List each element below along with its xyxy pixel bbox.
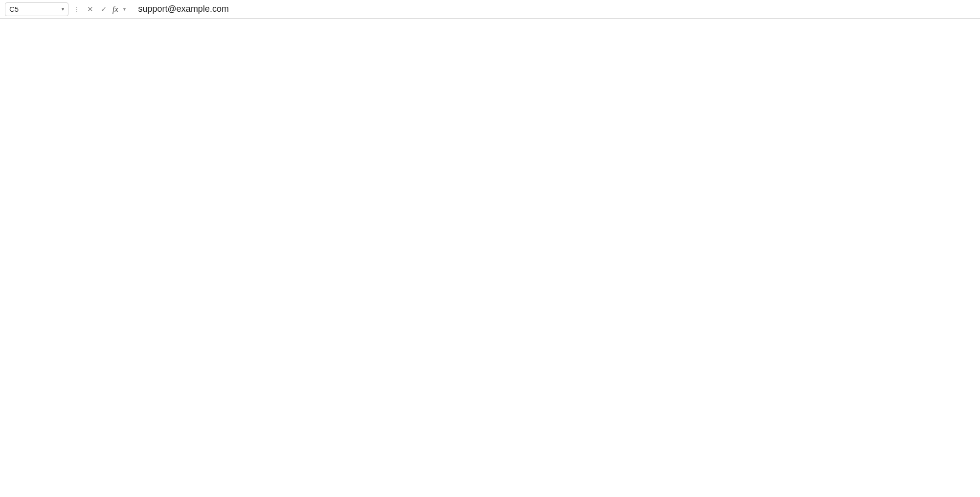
formula-input[interactable]: [135, 2, 980, 16]
chevron-down-icon: ▾: [62, 6, 64, 12]
cancel-formula-icon[interactable]: ✕: [85, 5, 95, 14]
formula-bar: C5 ▾ ⋮ ✕ ✓ fx ▾: [0, 0, 980, 19]
name-box-value: C5: [9, 5, 19, 13]
fx-label[interactable]: fx: [112, 5, 118, 14]
name-box[interactable]: C5 ▾: [5, 2, 68, 16]
divider: ⋮: [72, 5, 81, 13]
accept-formula-icon[interactable]: ✓: [99, 5, 109, 14]
chevron-down-icon[interactable]: ▾: [123, 6, 126, 12]
